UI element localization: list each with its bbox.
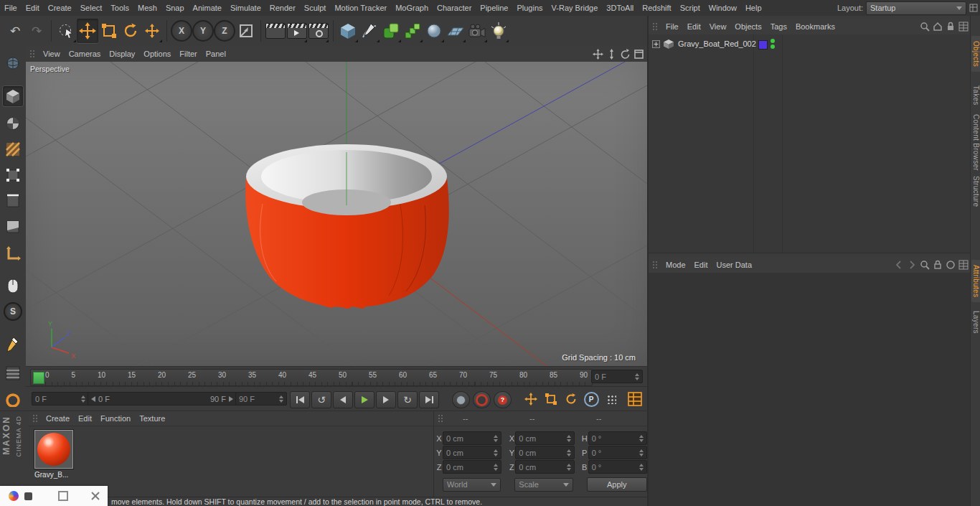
panel-menu-grid-icon[interactable] (958, 260, 969, 270)
menu-pipeline[interactable]: Pipeline (476, 0, 512, 16)
pattern-tool-button[interactable] (3, 363, 23, 383)
menu-simulate[interactable]: Simulate (226, 0, 265, 16)
tab-structure[interactable]: Structure (971, 171, 980, 212)
play-reverse-button[interactable]: ↺ (311, 391, 331, 408)
simulation-button[interactable] (423, 19, 445, 43)
mat-menu-edit[interactable]: Edit (74, 412, 96, 426)
play-forward-button[interactable] (354, 391, 374, 408)
overlay-window-icon[interactable] (24, 492, 32, 500)
render-settings-button[interactable] (308, 19, 329, 43)
frame-range-slider[interactable]: 0 F 90 F (88, 392, 237, 406)
rotation-h-field[interactable]: 0 ° (588, 431, 647, 445)
menu-mograph[interactable]: MoGraph (391, 0, 433, 16)
light-button[interactable] (488, 19, 509, 43)
menu-motion-tracker[interactable]: Motion Tracker (330, 0, 391, 16)
key-position-toggle[interactable] (522, 391, 540, 407)
play-loop-button[interactable]: ↻ (397, 391, 418, 408)
tab-layers[interactable]: Layers (971, 306, 980, 339)
material-item[interactable]: Gravy_B... (29, 430, 83, 479)
rotation-p-field[interactable]: 0 ° (588, 446, 647, 459)
tweak-mode-button[interactable] (3, 276, 23, 296)
size-z-field[interactable]: 0 cm (515, 460, 574, 474)
home-icon[interactable] (933, 22, 943, 32)
stepper-icon[interactable] (81, 395, 85, 403)
size-x-field[interactable]: 0 cm (515, 431, 574, 445)
transform-mode-dropdown[interactable]: Scale (514, 478, 573, 492)
history-back-icon[interactable] (894, 260, 904, 270)
lock-y-axis-button[interactable]: Y (192, 19, 214, 43)
points-mode-button[interactable] (3, 165, 23, 185)
om-menu-file[interactable]: File (661, 19, 683, 34)
overlay-square-icon[interactable] (58, 491, 68, 501)
coordinate-system-button[interactable] (235, 19, 257, 43)
primitive-cube-button[interactable] (337, 19, 359, 43)
range-left-arrow-icon[interactable] (91, 396, 95, 402)
position-y-field[interactable]: 0 cm (443, 446, 501, 459)
current-frame-field[interactable]: 0 F (32, 392, 89, 406)
modeling-pen-button[interactable] (3, 334, 23, 355)
render-picture-viewer-button[interactable] (286, 19, 308, 43)
menu-vray-bridge[interactable]: V-Ray Bridge (547, 0, 603, 16)
timeline-ruler[interactable]: 0510 152025 303540 455055 606570 758085 … (26, 366, 647, 387)
lock-icon[interactable] (946, 22, 956, 32)
stepper-icon[interactable] (635, 373, 639, 380)
go-to-start-button[interactable] (290, 391, 310, 408)
position-z-field[interactable]: 0 cm (443, 460, 501, 474)
menu-edit[interactable]: Edit (22, 0, 44, 16)
viewport-rotate-icon[interactable] (620, 49, 631, 60)
menu-help[interactable]: Help (741, 0, 766, 16)
tab-objects[interactable]: Objects (971, 36, 980, 72)
key-parameter-toggle[interactable]: P (583, 391, 600, 407)
menu-create[interactable]: Create (44, 0, 76, 16)
camera-button[interactable] (466, 19, 488, 43)
mat-menu-create[interactable]: Create (42, 412, 74, 426)
am-menu-user-data[interactable]: User Data (712, 257, 757, 273)
om-menu-objects[interactable]: Objects (730, 19, 765, 34)
menu-redshift[interactable]: Redshift (638, 0, 675, 16)
editor-visibility-dot[interactable] (771, 39, 775, 43)
position-x-field[interactable]: 0 cm (443, 431, 501, 445)
layout-dropdown[interactable]: Startup (866, 1, 966, 15)
keyframe-selection-button[interactable]: ? (494, 391, 512, 408)
ruler-track[interactable]: 0510 152025 303540 455055 606570 758085 … (30, 369, 593, 386)
render-visibility-dot[interactable] (771, 44, 775, 49)
layer-color-chip[interactable] (758, 40, 768, 50)
snap-toggle-button[interactable]: S (3, 301, 23, 322)
om-menu-edit[interactable]: Edit (683, 19, 705, 34)
material-thumbnail[interactable] (34, 430, 73, 469)
enable-axis-button[interactable] (3, 244, 23, 264)
lock-z-axis-button[interactable]: Z (214, 19, 235, 43)
spline-pen-button[interactable] (359, 19, 380, 43)
render-view-button[interactable] (265, 19, 286, 43)
apply-button[interactable]: Apply (587, 477, 647, 492)
vp-menu-options[interactable]: Options (139, 46, 175, 62)
move-tool-button[interactable] (77, 19, 98, 43)
record-keyframe-button[interactable] (452, 391, 470, 408)
subdivision-surface-button[interactable] (380, 19, 402, 43)
end-frame-field[interactable]: 90 F (235, 392, 287, 406)
key-scale-toggle[interactable] (542, 391, 560, 407)
undo-button[interactable]: ↶ (4, 19, 26, 43)
history-forward-icon[interactable] (907, 260, 917, 270)
om-menu-bookmarks[interactable]: Bookmarks (791, 19, 839, 34)
material-name[interactable]: Gravy_B... (34, 471, 83, 479)
menu-animate[interactable]: Animate (189, 0, 226, 16)
mograph-cloner-button[interactable] (402, 19, 423, 43)
tab-takes[interactable]: Takes (971, 80, 980, 111)
menu-plugins[interactable]: Plugins (512, 0, 547, 16)
panel-grip[interactable] (32, 414, 38, 423)
range-right-arrow-icon[interactable] (229, 396, 233, 402)
live-selection-button[interactable] (55, 19, 77, 43)
model-mode-button[interactable] (3, 86, 23, 106)
workplane-mode-button[interactable] (3, 139, 23, 159)
ring-tool-button[interactable] (3, 389, 23, 409)
om-menu-tags[interactable]: Tags (766, 19, 791, 34)
timeline-window-button[interactable] (627, 391, 643, 407)
visibility-dots[interactable] (771, 39, 775, 49)
menu-character[interactable]: Character (433, 0, 476, 16)
vp-menu-cameras[interactable]: Cameras (65, 46, 105, 62)
mat-menu-function[interactable]: Function (96, 412, 135, 426)
menubar-grid-icon[interactable] (969, 4, 978, 12)
tab-content-browser[interactable]: Content Browser (971, 109, 980, 176)
menu-select[interactable]: Select (76, 0, 107, 16)
